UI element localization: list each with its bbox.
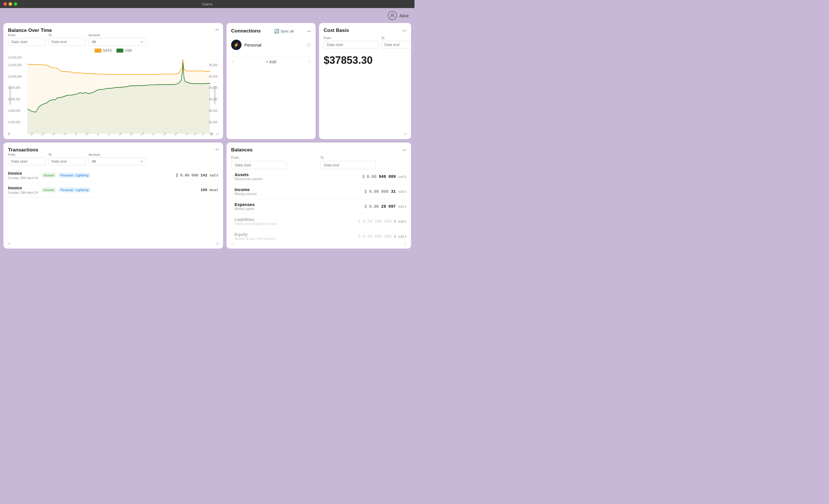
balances-expand-right-icon[interactable]: ⤢ [404, 241, 407, 246]
table-row[interactable]: Invoice Sunday, 28th April 24 Income Per… [8, 183, 218, 197]
cost-filter-row: From To [324, 36, 406, 48]
transactions-expand-icon[interactable]: ⤢ [7, 241, 11, 246]
close-button[interactable] [3, 2, 7, 6]
tx-tags: Income Personal - Lightning [41, 173, 91, 178]
balances-to-group: To [320, 156, 406, 169]
assets-sublabel: Resources owned [235, 177, 262, 181]
assets-label-group: Assets Resources owned [235, 172, 262, 181]
tx-from-label: From [8, 153, 45, 156]
expenses-label-group: Expenses Money spent [235, 202, 255, 211]
svg-text:$1,000: $1,000 [209, 121, 218, 124]
balance-income-row[interactable]: › Income Money earned ₿ 0.00 000 31 sats [231, 184, 406, 199]
liabilities-chevron-icon: › [231, 220, 232, 224]
balances-to-input[interactable] [320, 161, 376, 169]
equity-chevron-icon: › [231, 234, 232, 238]
connections-footer: ⤢ + Add ⤢ [231, 56, 311, 64]
balances-from-input[interactable] [231, 161, 287, 169]
tx-date: Sunday, 28th April 24 [8, 191, 38, 194]
legend-sats-color [95, 48, 102, 52]
connections-expand-right-icon[interactable]: ⤢ [308, 60, 311, 64]
avatar-icon [388, 11, 397, 20]
connections-refresh-icon[interactable]: ↩ [307, 29, 311, 34]
add-connection-label: + Add [266, 60, 276, 64]
tag-income: Income [41, 187, 56, 193]
connections-header: Connections 🔄 Sync all ↩ [231, 28, 311, 35]
legend-usd-label: USD [125, 48, 132, 52]
balance-income-left: › Income Money earned [231, 187, 257, 196]
balance-account-select[interactable]: All [88, 38, 146, 46]
balance-from-label: From [8, 33, 45, 37]
balance-equity-row[interactable]: › Equity Money to and from owners ₿ 0.00… [231, 229, 406, 244]
tx-info: Invoice Sunday, 28th April 24 [8, 171, 38, 180]
add-connection-button[interactable]: + Add [266, 60, 276, 64]
balance-over-time-card: Balance Over Time ↩ From To Account All [3, 23, 223, 139]
legend-usd: USD [116, 48, 132, 52]
legend-usd-color [116, 48, 123, 52]
cost-to-label: To [381, 36, 411, 40]
balances-refresh-icon[interactable]: ↩ [403, 147, 406, 153]
maximize-button[interactable] [14, 2, 17, 6]
cost-from-input[interactable] [324, 41, 378, 48]
balance-assets-row[interactable]: › Assets Resources owned ₿ 0.00 948 089 … [231, 169, 406, 184]
transactions-refresh-icon[interactable]: ↩ [215, 147, 219, 152]
tx-to-input[interactable] [48, 157, 86, 165]
transactions-expand-right-icon[interactable]: ⤢ [216, 241, 219, 246]
top-bar: Alice [0, 8, 414, 23]
balance-assets-left: › Assets Resources owned [231, 172, 262, 181]
table-row[interactable]: Invoice Sunday, 28th April 24 Income Per… [8, 168, 218, 183]
balances-to-label: To [320, 156, 406, 160]
window-controls[interactable] [3, 2, 17, 6]
balance-expenses-row[interactable]: › Expenses Money spent ₿ 0.00 28 097 sat… [231, 199, 406, 214]
svg-text:2,000,000: 2,000,000 [8, 121, 21, 124]
balance-liabilities-left: › Liabilities Debts and obligations owed [231, 217, 277, 226]
cost-basis-refresh-icon[interactable]: ↩ [403, 28, 406, 33]
cost-basis-expand-icon[interactable]: ⤢ [404, 132, 407, 136]
tx-amount: 100 msat [201, 188, 218, 192]
tx-tags: Income Personal - Lightning [41, 187, 91, 193]
main-layout: Balance Over Time ↩ From To Account All [0, 23, 414, 252]
connection-more-icon[interactable]: ⊙ [306, 41, 311, 48]
sync-all-button[interactable]: 🔄 Sync all [272, 28, 296, 35]
income-label-group: Income Money earned [235, 187, 257, 196]
tx-to-group: To [48, 153, 86, 165]
tx-account-select[interactable]: All [88, 157, 146, 165]
balance-expand-right-icon[interactable]: ⤢ [216, 132, 219, 136]
svg-text:$5,000: $5,000 [209, 75, 218, 78]
tag-personal-lightning: Personal - Lightning [58, 187, 91, 193]
cost-from-label: From [324, 36, 378, 40]
user-menu[interactable]: Alice [388, 11, 409, 20]
tx-from-input[interactable] [8, 157, 45, 165]
balance-liabilities-row[interactable]: › Liabilities Debts and obligations owed… [231, 214, 406, 229]
cost-to-group: To [381, 36, 411, 48]
balances-expand-icon[interactable]: ⤢ [230, 241, 234, 246]
connections-title: Connections [231, 28, 261, 34]
balance-account-label: Account [88, 33, 218, 37]
cost-from-group: From [324, 36, 378, 48]
balance-to-input[interactable] [48, 38, 86, 46]
balances-filter-row: From To [231, 156, 406, 169]
balance-expand-icon[interactable]: ⤢ [7, 132, 11, 136]
balance-from-group: From [8, 33, 45, 46]
connection-left: ⚡ Personal [231, 40, 261, 50]
svg-text:14,000,000: 14,000,000 [8, 56, 22, 59]
minimize-button[interactable] [9, 2, 12, 6]
liabilities-amount: ₿ 0.00 000 000 0 sats [358, 219, 406, 224]
balance-from-input[interactable] [8, 38, 45, 46]
chart-container: SATS USD 0 2,000,000 4,0 [8, 48, 218, 139]
connections-expand-icon[interactable]: ⤢ [231, 60, 234, 64]
tx-info: Invoice Sunday, 28th April 24 [8, 186, 38, 194]
income-label: Income [235, 187, 257, 192]
svg-text:12,000,000: 12,000,000 [8, 63, 22, 67]
income-amount: ₿ 0.00 000 31 sats [365, 189, 406, 194]
tx-from-group: From [8, 153, 45, 165]
balances-title: Balances [231, 147, 253, 153]
svg-point-0 [391, 13, 394, 16]
cost-to-input[interactable] [381, 41, 411, 48]
balance-filter-row: From To Account All [8, 33, 218, 46]
connection-lightning-icon: ⚡ [231, 40, 242, 50]
liabilities-label: Liabilities [235, 217, 277, 222]
liabilities-label-group: Liabilities Debts and obligations owed [235, 217, 277, 226]
balance-refresh-icon[interactable]: ↩ [215, 27, 219, 33]
balance-equity-left: › Equity Money to and from owners [231, 232, 275, 241]
income-sublabel: Money earned [235, 192, 257, 196]
